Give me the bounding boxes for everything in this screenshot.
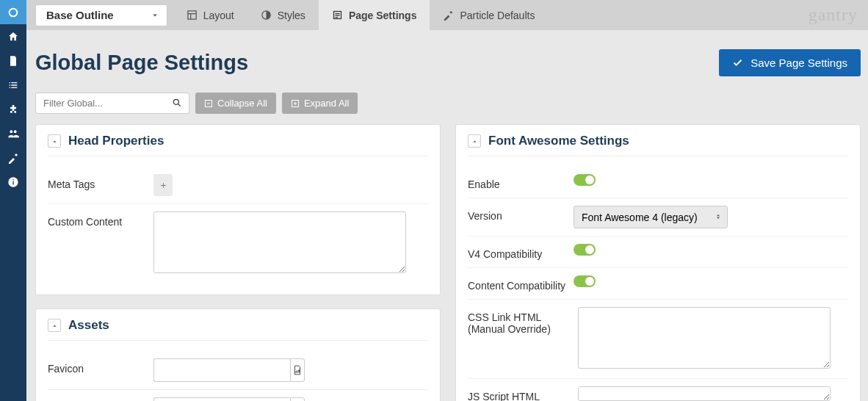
page-title: Global Page Settings (35, 51, 248, 75)
sidebar-plugin[interactable] (0, 97, 26, 121)
sidebar-users[interactable] (0, 121, 26, 145)
chevron-up-icon (51, 138, 58, 145)
sidebar-page[interactable] (0, 48, 26, 73)
save-button-label: Save Page Settings (751, 57, 847, 69)
save-page-settings-button[interactable]: Save Page Settings (719, 49, 861, 76)
svg-rect-2 (12, 181, 13, 184)
tab-styles-label: Styles (278, 10, 305, 21)
chevron-up-icon (51, 322, 58, 329)
sidebar-tools[interactable] (0, 145, 26, 170)
fa-enable-toggle[interactable] (574, 174, 596, 186)
font-awesome-panel: Font Awesome Settings Enable Version (455, 124, 861, 401)
tab-page-settings-label: Page Settings (349, 10, 417, 21)
search-icon (172, 98, 182, 108)
fa-js-script-label: JS Script HTML (Manual (468, 386, 578, 401)
sidebar-home[interactable] (0, 24, 26, 48)
chevron-down-icon (151, 11, 159, 20)
expand-all-label: Expand All (304, 98, 349, 109)
fa-version-label: Version (468, 206, 574, 222)
wrench-icon (443, 10, 454, 21)
collapse-all-label: Collapse All (217, 98, 267, 109)
touch-icon-input[interactable] (153, 397, 290, 401)
top-bar: Base Outline Layout Styles Page Settings (26, 0, 868, 30)
sidebar-list[interactable] (0, 73, 26, 97)
expand-icon (291, 99, 300, 108)
font-awesome-title: Font Awesome Settings (488, 134, 629, 148)
fa-content-compat-label: Content Compatibility (468, 275, 574, 292)
collapse-icon (204, 99, 213, 108)
collapse-font-awesome[interactable] (468, 134, 481, 148)
sidebar-info[interactable] (0, 170, 26, 194)
favicon-input[interactable] (153, 358, 290, 382)
meta-tags-label: Meta Tags (48, 174, 153, 190)
assets-title: Assets (68, 318, 109, 333)
sidebar-dashboard[interactable] (0, 0, 26, 24)
svg-rect-3 (12, 179, 13, 180)
svg-point-6 (173, 99, 178, 104)
svg-point-0 (10, 8, 18, 16)
page-settings-icon (332, 10, 343, 21)
filter-global-input[interactable] (35, 93, 189, 114)
tab-layout-label: Layout (203, 10, 234, 21)
collapse-head-properties[interactable] (48, 134, 61, 148)
tab-layout[interactable]: Layout (173, 0, 247, 30)
admin-sidebar (0, 0, 26, 401)
touch-icon-picker-button[interactable] (290, 397, 305, 401)
chevron-up-icon (471, 138, 478, 145)
favicon-label: Favicon (48, 358, 153, 375)
touch-icon-label: Touch Icon (48, 397, 153, 401)
head-properties-title: Head Properties (68, 134, 164, 148)
custom-content-textarea[interactable] (153, 212, 406, 273)
add-meta-tag-button[interactable] (153, 174, 173, 196)
tab-page-settings[interactable]: Page Settings (319, 0, 430, 30)
layout-icon (187, 10, 198, 21)
plus-icon (159, 181, 167, 189)
collapse-all-button[interactable]: Collapse All (195, 93, 276, 114)
collapse-assets[interactable] (48, 319, 61, 332)
tabs: Layout Styles Page Settings Particle Def… (173, 0, 549, 30)
assets-panel: Assets Favicon Tou (35, 308, 441, 401)
fa-content-compat-toggle[interactable] (574, 275, 596, 287)
head-properties-panel: Head Properties Meta Tags Custom Content (35, 124, 441, 295)
tab-particle-defaults[interactable]: Particle Defaults (430, 0, 548, 30)
check-icon (732, 57, 743, 68)
fa-v4-compat-toggle[interactable] (574, 244, 596, 256)
outline-select-label: Base Outline (46, 9, 114, 21)
fa-js-script-textarea[interactable] (578, 386, 831, 401)
contrast-icon (261, 10, 272, 21)
fa-css-link-textarea[interactable] (578, 307, 831, 369)
custom-content-label: Custom Content (48, 212, 153, 228)
tab-styles[interactable]: Styles (247, 0, 319, 30)
favicon-picker-button[interactable] (290, 358, 305, 382)
fa-version-select[interactable]: Font Awesome 4 (legacy) (574, 206, 728, 228)
fa-enable-label: Enable (468, 174, 574, 190)
brand-logo: gantry (809, 5, 858, 25)
fa-v4-compat-label: V4 Compatibility (468, 244, 574, 260)
outline-select[interactable]: Base Outline (35, 4, 167, 26)
file-image-icon (292, 365, 303, 375)
fa-css-link-label: CSS Link HTML (Manual Override) (468, 307, 578, 335)
expand-all-button[interactable]: Expand All (282, 93, 358, 114)
tab-particle-defaults-label: Particle Defaults (460, 10, 535, 21)
